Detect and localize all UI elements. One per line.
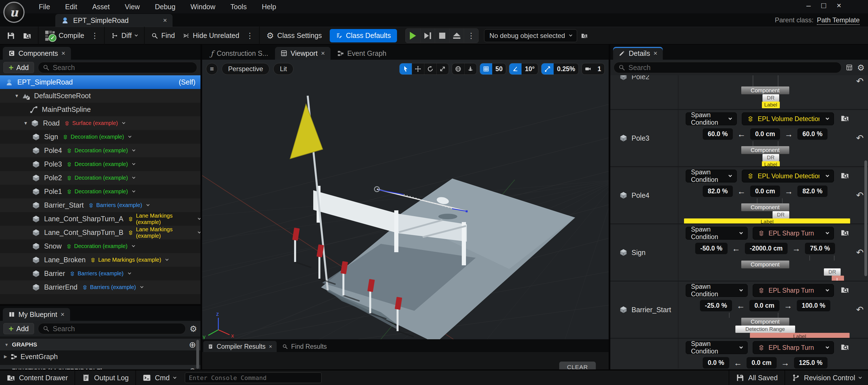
category-tag-lane-markings[interactable]: Lane Markings (example) [90,257,168,263]
tree-row-defaultsceneroot[interactable]: ▼ DefaultSceneRoot [0,89,200,103]
camera-speed-value[interactable]: 1 [594,63,604,74]
category-tag-decoration[interactable]: Decoration (example) [63,134,131,140]
my-blueprint-scrollbar[interactable] [196,340,199,369]
rotation-snap-value[interactable]: 10° [522,63,538,74]
compiler-results-close-icon[interactable]: × [269,344,272,350]
parent-class-link[interactable]: Path Template [817,16,860,25]
condition-asset-dropdown[interactable]: EPL Volume Detection [742,113,834,125]
tree-row-lane-broken[interactable]: Lane_Broken Lane Markings (example) [0,253,200,267]
tree-row-barrier-start[interactable]: Barrier_Start Barriers (example) [0,198,200,212]
max-percent-field[interactable]: 100.0 % [797,300,830,311]
browse-to-asset-button[interactable] [841,343,849,352]
clear-results-button[interactable]: CLEAR [559,361,596,370]
play-button[interactable] [406,29,420,43]
my-blueprint-search-input[interactable] [53,325,181,333]
tree-row-pole3[interactable]: Pole3 Decoration (example) [0,157,200,171]
output-log-button[interactable]: Output Log [75,370,135,385]
tree-row-lane-cont-sharpturn-a[interactable]: Lane_Cont_SharpTurn_A Lane Markings (exa… [0,212,200,226]
add-function-icon[interactable]: ⊕ [189,366,196,370]
spawn-condition-dropdown[interactable]: Spawn Condition [686,113,737,125]
tree-row-road[interactable]: ▼ Road Surface (example) [0,116,200,130]
debug-object-dropdown[interactable]: No debug object selected [484,29,577,42]
gear-icon[interactable]: ⚙ [857,63,865,72]
browse-to-asset-button[interactable] [841,114,849,124]
spawn-condition-dropdown[interactable]: Spawn Condition [686,227,748,239]
expander-icon[interactable]: ▶ [4,354,7,359]
condition-asset-dropdown[interactable]: EPL Sharp Turn [753,284,834,297]
tree-row-barrier[interactable]: Barrier Barriers (example) [0,267,200,280]
tab-find-results[interactable]: Find Results [278,341,332,352]
category-tag-barriers[interactable]: Barriers (example) [88,202,149,208]
scale-tool-button[interactable] [436,63,448,74]
tab-details[interactable]: Details × [613,47,663,60]
gear-icon[interactable]: ⚙ [190,324,197,334]
grid-snap-value[interactable]: 50 [492,63,506,74]
hide-unrelated-button[interactable]: Hide Unrelated [179,27,243,45]
tab-components[interactable]: Components × [3,47,71,60]
tree-row-mainpathspline[interactable]: MainPathSpline [0,103,200,116]
menu-tools[interactable]: Tools [223,3,254,11]
tree-row-barrierend[interactable]: BarrierEnd Barriers (example) [0,280,200,294]
tree-row-snow[interactable]: Snow Decoration (example) [0,239,200,253]
menu-edit[interactable]: Edit [58,3,85,11]
category-tag-barriers[interactable]: Barriers (example) [82,284,143,290]
surface-snapping-button[interactable] [464,63,476,74]
viewport-3d[interactable]: z x y ≡ Perspective Lit [202,60,609,339]
grid-snap-toggle[interactable] [480,63,492,74]
my-blueprint-tab-close-icon[interactable]: × [61,311,64,318]
menu-view[interactable]: View [117,3,147,11]
functions-section-header[interactable]: ▼ FUNCTIONS (14 OVERRIDABLE) ⊕ [0,365,200,370]
class-defaults-button[interactable]: Class Defaults [330,29,397,42]
close-button[interactable]: × [837,1,841,10]
my-blueprint-search[interactable] [38,323,186,334]
debug-browse-button[interactable] [577,27,592,45]
revision-control-button[interactable]: Revision Control [785,370,868,385]
select-tool-button[interactable] [400,63,412,74]
asset-tab-close-icon[interactable]: × [163,17,167,24]
rotation-snap-toggle[interactable] [509,63,522,74]
max-percent-field[interactable]: 60.0 % [797,128,828,140]
details-search-input[interactable] [628,64,837,72]
frame-skip-button[interactable] [420,29,435,43]
expander-icon[interactable]: ▼ [21,121,30,126]
expander-icon[interactable]: ▼ [4,342,9,347]
offset-field[interactable]: -2000.0 cm [745,243,788,254]
scale-snap-value[interactable]: 0.25% [554,63,579,74]
eject-button[interactable] [449,29,464,43]
category-tag-decoration[interactable]: Decoration (example) [66,147,135,154]
tree-row-pole4[interactable]: Pole4 Decoration (example) [0,144,200,157]
category-tag-decoration[interactable]: Decoration (example) [66,188,135,195]
tab-construction-script[interactable]: ƒ Construction S... [205,47,274,60]
category-tag-surface[interactable]: Surface (example) [64,120,125,126]
tree-row-ept-simpleroad[interactable]: EPT_SimpleRoad (Self) [0,75,200,89]
rotate-tool-button[interactable] [424,63,436,74]
category-tag-decoration[interactable]: Decoration (example) [66,161,135,167]
play-options-kebab[interactable]: ⋮ [464,29,478,43]
condition-asset-dropdown[interactable]: EPL Sharp Turn [753,341,834,354]
graphs-section-header[interactable]: ▼ GRAPHS ⊕ [0,339,200,350]
asset-tab-ept-simpleroad[interactable]: EPT_SimpleRoad × [55,14,173,27]
cmd-dropdown[interactable]: Cmd [136,370,183,385]
tree-row-sign[interactable]: Sign Decoration (example) [0,130,200,144]
components-search[interactable] [38,62,197,73]
condition-asset-dropdown[interactable]: EPL Sharp Turn [753,227,834,239]
lit-dropdown[interactable]: Lit [273,63,293,75]
category-tag-lane-markings[interactable]: Lane Markings (example) [128,226,200,239]
event-graph-row[interactable]: ▶ EventGraph [0,350,200,363]
add-component-button[interactable]: +Add [3,62,34,73]
tab-viewport[interactable]: Viewport × [275,47,331,60]
display-filter-icon[interactable] [846,64,852,71]
save-button[interactable] [3,27,19,45]
spawn-condition-dropdown[interactable]: Spawn Condition [686,170,737,183]
browse-to-asset-button[interactable] [841,171,849,181]
camera-speed-button[interactable] [582,63,594,74]
console-command-input[interactable] [189,375,317,381]
hide-unrelated-kebab-icon[interactable]: ⋮ [243,31,256,40]
max-percent-field[interactable]: 125.0 % [794,357,828,368]
expander-icon[interactable]: ▼ [12,93,21,98]
category-tag-decoration[interactable]: Decoration (example) [66,243,134,249]
details-search[interactable] [614,62,841,73]
perspective-dropdown[interactable]: Perspective [222,63,270,75]
browse-to-asset-button[interactable] [841,228,849,238]
menu-window[interactable]: Window [183,3,223,11]
